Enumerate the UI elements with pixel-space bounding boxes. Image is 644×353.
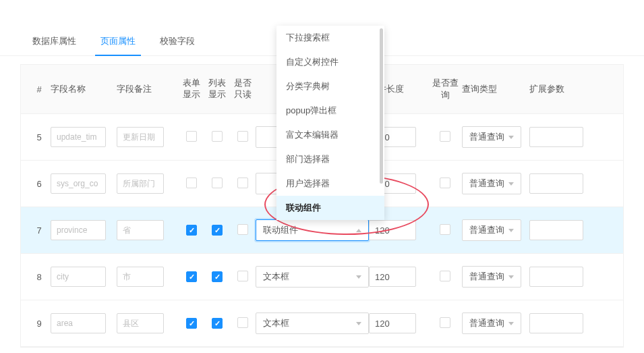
th-remark: 字段备注 bbox=[117, 83, 179, 95]
ext-param-input[interactable] bbox=[529, 127, 583, 147]
list-show-checkbox[interactable] bbox=[212, 131, 223, 142]
ext-param-input[interactable] bbox=[529, 313, 583, 333]
dropdown-option[interactable]: popup弹出框 bbox=[276, 99, 384, 123]
readonly-checkbox[interactable] bbox=[237, 271, 248, 281]
dropdown-option[interactable]: 分类字典树 bbox=[276, 74, 384, 99]
dropdown-option[interactable]: 用户选择器 bbox=[276, 171, 384, 196]
readonly-checkbox[interactable] bbox=[237, 131, 248, 142]
form-show-checkbox[interactable] bbox=[186, 318, 197, 329]
table-row: 8 city 市 文本框 120 普通查询 bbox=[21, 254, 623, 300]
ext-param-input[interactable] bbox=[529, 173, 583, 194]
field-name-input[interactable]: sys_org_co bbox=[51, 173, 106, 194]
cell-index: 9 bbox=[28, 319, 51, 329]
query-type-select[interactable]: 普通查询 bbox=[462, 173, 521, 194]
form-show-checkbox[interactable] bbox=[186, 131, 197, 142]
control-length-input[interactable]: 120 bbox=[369, 267, 416, 287]
is-query-checkbox[interactable] bbox=[440, 317, 450, 328]
chevron-down-icon bbox=[356, 322, 361, 325]
query-type-select[interactable]: 普通查询 bbox=[462, 126, 521, 148]
ext-param-input[interactable] bbox=[529, 267, 583, 287]
field-name-input[interactable]: province bbox=[51, 220, 106, 240]
is-query-checkbox[interactable] bbox=[440, 271, 450, 281]
tab-validate[interactable]: 校验字段 bbox=[148, 27, 207, 55]
list-show-checkbox[interactable] bbox=[212, 271, 223, 282]
control-type-select[interactable]: 联动组件 bbox=[256, 219, 369, 241]
chevron-down-icon bbox=[508, 229, 514, 232]
control-type-select[interactable]: 文本框 bbox=[256, 313, 369, 334]
field-name-input[interactable]: city bbox=[51, 267, 106, 287]
dropdown-option[interactable]: 联动组件 bbox=[276, 196, 384, 220]
tab-page-attr[interactable]: 页面属性 bbox=[88, 27, 148, 55]
form-show-checkbox[interactable] bbox=[186, 271, 197, 282]
list-show-checkbox[interactable] bbox=[212, 178, 223, 188]
chevron-down-icon bbox=[356, 275, 361, 279]
readonly-checkbox[interactable] bbox=[237, 317, 248, 328]
field-remark-input[interactable]: 所属部门 bbox=[117, 173, 164, 194]
is-query-checkbox[interactable] bbox=[440, 131, 450, 142]
form-show-checkbox[interactable] bbox=[186, 225, 197, 236]
query-type-select[interactable]: 普通查询 bbox=[462, 266, 521, 288]
readonly-checkbox[interactable] bbox=[237, 178, 248, 188]
chevron-down-icon bbox=[508, 182, 514, 186]
tab-db-attr[interactable]: 数据库属性 bbox=[20, 27, 88, 55]
th-index: # bbox=[28, 84, 51, 94]
field-remark-input[interactable]: 省 bbox=[117, 220, 164, 240]
list-show-checkbox[interactable] bbox=[212, 225, 223, 236]
cell-index: 5 bbox=[28, 132, 51, 142]
control-length-input[interactable]: 120 bbox=[369, 220, 416, 240]
field-remark-input[interactable]: 市 bbox=[117, 267, 164, 287]
cell-index: 7 bbox=[28, 225, 51, 236]
field-name-input[interactable]: area bbox=[51, 313, 106, 333]
ext-param-input[interactable] bbox=[529, 220, 583, 240]
query-type-select[interactable]: 普通查询 bbox=[462, 219, 521, 241]
readonly-checkbox[interactable] bbox=[237, 224, 248, 235]
form-show-checkbox[interactable] bbox=[186, 178, 197, 188]
cell-index: 8 bbox=[28, 272, 51, 282]
th-ext: 扩展参数 bbox=[529, 83, 597, 95]
dropdown-option[interactable]: 下拉搜索框 bbox=[276, 26, 384, 50]
th-list-show: 列表显示 bbox=[204, 78, 230, 101]
control-length-input[interactable]: 120 bbox=[369, 313, 416, 333]
is-query-checkbox[interactable] bbox=[440, 178, 450, 188]
field-name-input[interactable]: update_tim bbox=[51, 127, 106, 147]
is-query-checkbox[interactable] bbox=[440, 224, 450, 235]
th-readonly: 是否只读 bbox=[230, 78, 256, 101]
th-name: 字段名称 bbox=[51, 83, 117, 95]
query-type-select[interactable]: 普通查询 bbox=[462, 313, 521, 334]
table-row: 9 area 县区 文本框 120 普通查询 bbox=[21, 300, 623, 347]
chevron-up-icon bbox=[356, 229, 361, 232]
chevron-down-icon bbox=[508, 322, 514, 325]
th-form-show: 表单显示 bbox=[179, 78, 204, 101]
dropdown-option[interactable]: 自定义树控件 bbox=[276, 50, 384, 74]
chevron-down-icon bbox=[508, 275, 514, 279]
chevron-down-icon bbox=[508, 136, 514, 139]
field-remark-input[interactable]: 县区 bbox=[117, 313, 164, 333]
control-dropdown: 下拉搜索框自定义树控件分类字典树popup弹出框富文本编辑器部门选择器用户选择器… bbox=[276, 26, 384, 220]
dropdown-option[interactable]: 富文本编辑器 bbox=[276, 123, 384, 147]
field-remark-input[interactable]: 更新日期 bbox=[117, 127, 164, 147]
th-is-query: 是否查询 bbox=[428, 77, 462, 101]
control-type-select[interactable]: 文本框 bbox=[256, 266, 369, 288]
th-query-type: 查询类型 bbox=[462, 83, 529, 95]
dropdown-option[interactable]: 部门选择器 bbox=[276, 147, 384, 171]
list-show-checkbox[interactable] bbox=[212, 318, 223, 329]
cell-index: 6 bbox=[28, 179, 51, 189]
dropdown-scrollbar[interactable] bbox=[380, 28, 383, 184]
